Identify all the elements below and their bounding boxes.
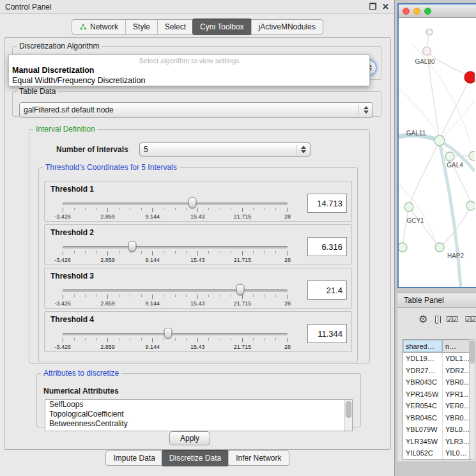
node-table: shared… n… YDL19…YDL1… YDR27…YDR2… YBR04…	[403, 339, 471, 460]
threshold-2-slider[interactable]: -3.426 2.859 9.144 15.43 21.715 28	[51, 240, 298, 265]
attributes-listbox[interactable]: SelfLoops TopologicalCoefficient Between…	[45, 399, 353, 431]
slider-major-ticks	[63, 251, 288, 256]
threshold-1-panel: Threshold 1 -3.426 2.859 9.144 15.43 21.…	[44, 181, 352, 222]
threshold-3-value-field[interactable]: 21.4	[307, 280, 347, 300]
slider-thumb[interactable]	[236, 284, 245, 295]
threshold-3-panel: Threshold 3 -3.426 2.859 9.144 15.43 21.…	[44, 268, 352, 309]
attributes-group: Attributes to discretize Numerical Attri…	[36, 369, 361, 427]
tab-style[interactable]: Style	[125, 20, 157, 34]
table-row[interactable]: YIL052CYIL0…	[403, 447, 470, 459]
dropdown-option-equal-width[interactable]: Equal Width/Frequency Discretization	[11, 75, 367, 86]
scrollbar-thumb[interactable]	[346, 401, 351, 418]
table-panel: Table Panel ⚙ ☑☑ ☑☑ shared… n… YDL19…YDL…	[397, 293, 476, 461]
node[interactable]	[404, 203, 413, 211]
table-data-combobox[interactable]: galFiltered.sif default node	[19, 102, 373, 118]
num-intervals-label: Number of Intervals	[56, 145, 128, 154]
dropdown-option-manual[interactable]: Manual Discretization	[11, 65, 367, 75]
table-row[interactable]: YPR145WYPR1…	[403, 388, 470, 401]
column-header-shared-name[interactable]: shared…	[403, 340, 443, 353]
node[interactable]	[426, 29, 433, 35]
slider-track[interactable]	[63, 289, 288, 292]
unselect-columns-icon[interactable]: ☑☑	[464, 316, 476, 323]
columns-icon[interactable]	[435, 316, 438, 324]
list-scrollbar[interactable]	[344, 400, 352, 431]
node[interactable]	[434, 135, 445, 146]
close-window-icon[interactable]: ✕	[382, 2, 389, 12]
tab-network[interactable]: Network	[72, 20, 125, 34]
cyni-toolbox-panel: Discretization Algorithm Select algorith…	[4, 37, 391, 450]
slider-thumb[interactable]	[188, 197, 197, 208]
network-canvas[interactable]: GAL80 GAL11 GAL4 GCY1 HAP2	[399, 18, 476, 287]
threshold-1-value-field[interactable]: 14.713	[307, 194, 347, 213]
node-selected[interactable]	[464, 72, 475, 83]
tab-impute-data[interactable]: Impute Data	[106, 451, 162, 465]
table-row[interactable]: YBR043CYBR0…	[403, 376, 470, 388]
threshold-4-slider[interactable]: -3.426 2.859 9.144 15.43 21.715 28	[51, 327, 298, 351]
scrollbar-thumb[interactable]	[470, 341, 475, 364]
node[interactable]	[466, 201, 475, 210]
threshold-1-slider[interactable]: -3.426 2.859 9.144 15.43 21.715 28	[51, 197, 298, 221]
node[interactable]	[399, 243, 407, 252]
list-item[interactable]: TopologicalCoefficient	[45, 410, 352, 419]
control-panel-window: Control Panel ❐ ✕ Network Style Select C…	[0, 0, 395, 476]
top-tab-strip: Network Style Select Cyni Toolbox jActiv…	[0, 19, 395, 35]
select-all-columns-icon[interactable]: ☑☑	[446, 316, 457, 323]
tab-cyni-toolbox[interactable]: Cyni Toolbox	[192, 19, 251, 35]
slider-thumb[interactable]	[164, 328, 173, 339]
table-row[interactable]: YLR345WYLR3…	[403, 436, 470, 448]
algorithm-dropdown-popup: Select algorithm to view settings Manual…	[8, 54, 370, 86]
threshold-2-panel: Threshold 2 -3.426 2.859 9.144 15.43 21.…	[44, 224, 352, 265]
node[interactable]	[469, 151, 475, 160]
threshold-3-slider[interactable]: -3.426 2.859 9.144 15.43 21.715 28	[51, 284, 298, 308]
group-title: Discretization Algorithm	[17, 42, 102, 50]
node-label: GCY1	[406, 217, 424, 224]
window-title: Control Panel	[5, 3, 52, 12]
threshold-label: Threshold 2	[50, 228, 94, 237]
node[interactable]	[423, 47, 431, 56]
slider-thumb[interactable]	[128, 241, 137, 252]
slider-track[interactable]	[63, 246, 288, 249]
table-row[interactable]: YBL079WYBL0…	[403, 424, 470, 436]
dropdown-placeholder: Select algorithm to view settings	[11, 56, 367, 65]
slider-major-ticks	[63, 338, 288, 342]
table-header-row: shared… n…	[403, 340, 470, 353]
table-row[interactable]: YDL19…YDL1…	[403, 353, 470, 365]
table-toolbar: ⚙ ☑☑ ☑☑	[397, 311, 476, 328]
list-item[interactable]: BetweennessCentrality	[45, 419, 352, 429]
tab-infer-network[interactable]: Infer Network	[228, 451, 288, 465]
float-window-icon[interactable]: ❐	[369, 2, 376, 12]
node[interactable]	[445, 152, 454, 161]
threshold-4-value-field[interactable]: 11.344	[307, 324, 347, 343]
close-traffic-light-icon[interactable]	[403, 8, 410, 15]
apply-button[interactable]: Apply	[169, 431, 210, 445]
node[interactable]	[435, 243, 444, 252]
threshold-label: Threshold 3	[50, 272, 94, 280]
slider-track[interactable]	[63, 333, 288, 335]
column-header-name[interactable]: n…	[443, 340, 470, 353]
threshold-4-panel: Threshold 4 -3.426 2.859 9.144 15.43 21.…	[44, 311, 352, 352]
tab-jactivemnodules[interactable]: jActiveMNodules	[251, 20, 323, 34]
gear-icon[interactable]: ⚙	[418, 314, 427, 325]
tab-select[interactable]: Select	[157, 20, 193, 34]
table-scrollbar[interactable]	[469, 339, 475, 459]
threshold-label: Threshold 4	[50, 315, 94, 324]
table-row[interactable]: YER054CYER0…	[403, 400, 470, 412]
threshold-label: Threshold 1	[50, 185, 94, 194]
threshold-2-value-field[interactable]: 6.316	[307, 237, 347, 256]
table-row[interactable]: YBR045CYBR0…	[403, 412, 470, 424]
slider-track[interactable]	[63, 203, 288, 205]
network-graph[interactable]: GAL80 GAL11 GAL4 GCY1 HAP2	[399, 18, 475, 287]
table-panel-title: Table Panel	[404, 296, 444, 305]
node-label: GAL4	[447, 162, 463, 169]
tab-discretize-data[interactable]: Discretize Data	[162, 450, 229, 466]
list-item[interactable]: SelfLoops	[45, 400, 352, 410]
num-intervals-combobox[interactable]: 5	[139, 142, 311, 157]
table-row[interactable]: YDR27…YDR2…	[403, 365, 470, 377]
minimize-traffic-light-icon[interactable]	[413, 8, 420, 15]
combo-stepper-icon	[296, 145, 306, 154]
network-icon	[79, 23, 87, 31]
combo-stepper-icon	[358, 105, 369, 114]
table-data-value: galFiltered.sif default node	[24, 105, 114, 114]
thresholds-group: Threshold's Coordinates for 5 Intervals …	[38, 163, 358, 362]
zoom-traffic-light-icon[interactable]	[424, 8, 431, 15]
